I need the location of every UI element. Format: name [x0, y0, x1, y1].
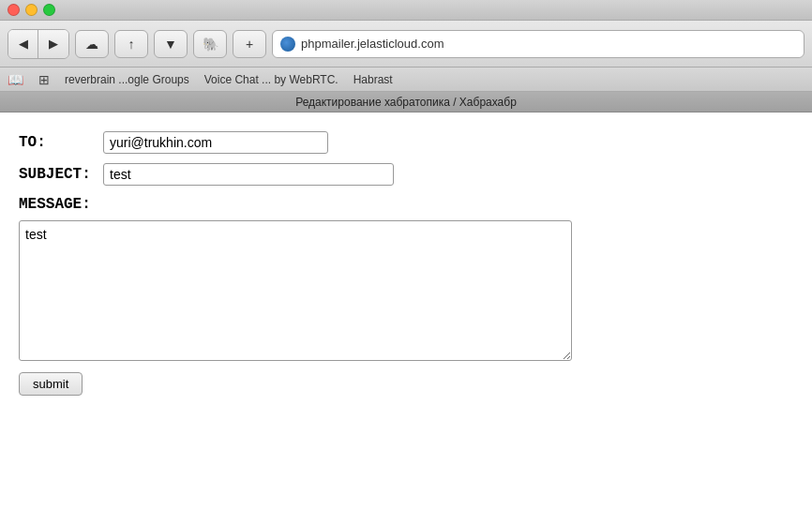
address-bar[interactable]: phpmailer.jelasticloud.com [272, 30, 804, 58]
nav-button-group: ◀ ▶ [8, 29, 69, 59]
title-bar [0, 0, 812, 21]
bookmarks-bar: 📖 ⊞ reverbrain ...ogle Groups Voice Chat… [0, 68, 812, 92]
page-title: Редактирование хабратопика / Хабрахабр [295, 96, 517, 109]
grid-icon[interactable]: ⊞ [38, 72, 50, 87]
traffic-lights [8, 4, 55, 16]
bookmark-item-2[interactable]: Habrast [353, 73, 393, 86]
download-button[interactable]: ▼ [154, 30, 188, 58]
bookmark-item-1[interactable]: Voice Chat ... by WebRTC. [204, 73, 338, 86]
message-label: MESSAGE: [19, 196, 91, 213]
bookmark-item-0[interactable]: reverbrain ...ogle Groups [65, 73, 189, 86]
forward-button[interactable]: ▶ [38, 30, 68, 58]
subject-input[interactable] [103, 163, 394, 186]
address-text: phpmailer.jelasticloud.com [301, 37, 796, 51]
globe-icon [280, 37, 295, 52]
to-label: TO: [19, 134, 103, 151]
back-button[interactable]: ◀ [8, 30, 38, 58]
page-content: TO: SUBJECT: MESSAGE: test submit [0, 112, 812, 510]
book-icon[interactable]: 📖 [8, 72, 23, 87]
minimize-button[interactable] [25, 4, 38, 16]
message-textarea[interactable]: test [19, 220, 572, 361]
browser-toolbar: ◀ ▶ ☁ ↑ ▼ 🐘 + phpmailer.jelasticloud.com [0, 21, 812, 68]
close-button[interactable] [8, 4, 20, 16]
elephant-button[interactable]: 🐘 [193, 30, 227, 58]
to-input[interactable] [103, 131, 328, 154]
upload-button[interactable]: ☁ [75, 30, 109, 58]
share-button[interactable]: ↑ [114, 30, 148, 58]
subject-row: SUBJECT: [19, 163, 793, 186]
page-title-bar: Редактирование хабратопика / Хабрахабр [0, 92, 812, 112]
submit-button[interactable]: submit [19, 372, 83, 396]
add-tab-button[interactable]: + [233, 30, 266, 58]
maximize-button[interactable] [43, 4, 55, 16]
subject-label: SUBJECT: [19, 166, 103, 183]
message-label-row: MESSAGE: [19, 195, 793, 213]
to-row: TO: [19, 131, 793, 154]
